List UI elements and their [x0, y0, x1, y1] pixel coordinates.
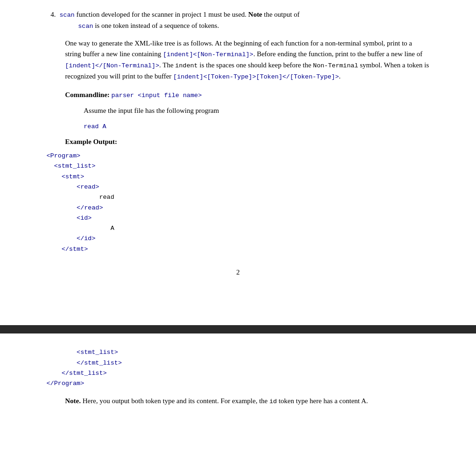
para1-text6: .	[339, 72, 341, 80]
page-container: 4. scan function developed for the scann…	[0, 0, 476, 451]
commandline-label: Commandline:	[65, 91, 110, 98]
para1-code4: Non-Terminal	[313, 62, 358, 69]
code-line-2: <stmt_list>	[46, 161, 430, 171]
note-paragraph: Note. Here, you output both token type a…	[65, 396, 430, 407]
bottom-code-line-3: </stmt_list>	[46, 368, 430, 379]
item-content: scan function developed for the scanner …	[60, 9, 430, 32]
code-block-top: <Program> <stmt_list> <stmt> <read> read…	[46, 151, 430, 255]
list-item-4: 4. scan function developed for the scann…	[46, 9, 430, 32]
item4-text: scan function developed for the scanner …	[60, 11, 299, 29]
para1-text2: . Before ending the function, print to t…	[253, 50, 423, 58]
note-bold-label: Note.	[65, 397, 81, 405]
commandline-section: Commandline: parser <input file name> As…	[65, 90, 430, 147]
para1-text3: . The	[159, 61, 175, 69]
page-divider	[0, 325, 476, 333]
page-top: 4. scan function developed for the scann…	[0, 0, 476, 325]
scan-code-2: scan	[78, 23, 93, 30]
code-line-4: <read>	[46, 182, 430, 192]
page-bottom: <stmt_list> </stmt_list> </stmt_list> </…	[0, 333, 476, 451]
code-line-5: read	[46, 192, 430, 203]
assume-line: Assume the input file has the following …	[84, 105, 430, 116]
code-line-10: </stmt>	[46, 244, 430, 255]
page-num-text: 2	[236, 268, 240, 276]
para1-code5: [indent]<[Token-Type]>[Token]</[Token-Ty…	[173, 73, 339, 80]
note-text1: Here, you output both token type and its…	[81, 397, 270, 405]
item4-line2: scan is one token instead of a sequence …	[78, 22, 219, 29]
read-a-code: read A	[84, 123, 106, 130]
commandline-code: parser <input file name>	[112, 92, 202, 99]
code-line-9: </id>	[46, 234, 430, 244]
code-line-3: <stmt>	[46, 172, 430, 182]
note-text2: token type here has a content A.	[277, 397, 368, 405]
para1-code1: [indent]<[Non-Terminal]>	[163, 51, 253, 58]
bottom-code-line-2: </stmt_list>	[46, 358, 430, 368]
id-code: id	[270, 398, 277, 405]
paragraph-1: One way to generate the XML-like tree is…	[65, 38, 430, 82]
code-line-1: <Program>	[46, 151, 430, 161]
example-output-label: Example Output:	[65, 137, 430, 147]
commandline-line: Commandline: parser <input file name>	[65, 90, 430, 101]
para1-code3: indent	[175, 62, 198, 69]
item4-text1: function developed for the scanner in pr…	[74, 11, 299, 18]
bottom-code-line-4: </Program>	[46, 379, 430, 389]
code-line-6: </read>	[46, 203, 430, 213]
code-line-7: <id>	[46, 213, 430, 223]
scan-code-1: scan	[60, 12, 74, 19]
a-token: A	[111, 225, 114, 232]
item-number: 4.	[46, 9, 56, 32]
bottom-code-line-1: <stmt_list>	[46, 347, 430, 358]
bottom-code-block: <stmt_list> </stmt_list> </stmt_list> </…	[46, 347, 430, 389]
para1-text4: is the spaces one should keep before the	[198, 61, 313, 69]
read-token: read	[99, 194, 114, 201]
read-a-line: read A	[84, 121, 430, 132]
para1-code2: [indent]</[Non-Terminal]>	[65, 62, 159, 69]
note-bold: Note	[248, 11, 262, 18]
item4-line2-rest: is one token instead of a sequence of to…	[93, 22, 219, 29]
page-number: 2	[46, 268, 430, 276]
code-line-8: A	[46, 223, 430, 234]
